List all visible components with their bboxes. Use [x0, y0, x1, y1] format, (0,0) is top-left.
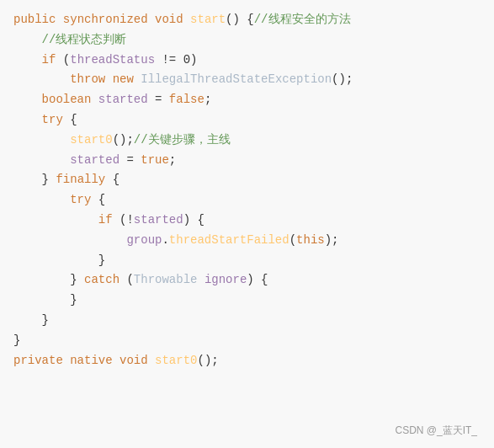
comment-3: //关键步骤，主线: [134, 131, 231, 151]
keyword-finally: finally: [56, 170, 105, 190]
var-group: group: [126, 231, 162, 251]
indent-12: [13, 231, 126, 251]
comment-1: //线程安全的方法: [254, 10, 351, 30]
indent-3: [13, 51, 42, 71]
keyword-native: native: [70, 351, 112, 371]
space: [105, 70, 112, 90]
close-brace-4: }: [70, 291, 77, 311]
keyword-void-2: void: [120, 351, 148, 371]
class-Throwable: Throwable: [134, 270, 198, 291]
code-line-16: }: [13, 311, 481, 331]
code-line-7: start0 (); //关键步骤，主线: [13, 131, 481, 151]
keyword-new: new: [113, 70, 134, 90]
code-line-9: } finally {: [13, 170, 481, 190]
space: [148, 10, 155, 30]
footer: CSDN @_蓝天IT_: [13, 419, 481, 438]
indent-10: [13, 190, 70, 211]
code-line-4: throw new IllegalThreadStateException ()…: [13, 70, 481, 90]
space: [63, 351, 70, 371]
paren-close3: ) {: [247, 270, 268, 291]
comment-2: //线程状态判断: [42, 30, 127, 51]
indent-6: [13, 110, 42, 131]
paren: ();: [113, 131, 134, 151]
keyword-true: true: [141, 151, 169, 171]
var-started-2: started: [70, 151, 120, 171]
method-start0-2: start0: [155, 351, 197, 371]
indent-2: [13, 30, 42, 51]
space: (: [56, 51, 70, 71]
keyword-try-2: try: [70, 190, 91, 211]
close-brace-5: }: [42, 311, 49, 331]
var-started: started: [98, 90, 148, 110]
indent-14: [13, 270, 70, 291]
code-line-13: }: [13, 251, 481, 271]
keyword-throw: throw: [70, 70, 105, 90]
semi-2: ();: [197, 351, 218, 371]
code-line-2: //线程状态判断: [13, 30, 481, 51]
keyword-synchronized: synchronized: [63, 10, 148, 30]
code-line-17: }: [13, 331, 481, 351]
indent-11: [13, 211, 98, 231]
method-start0: start0: [70, 131, 112, 151]
indent-15: [13, 291, 70, 311]
var-started-3: started: [134, 211, 183, 231]
space: [134, 70, 141, 90]
code-line-1: public synchronized void start () { //线程…: [13, 10, 481, 30]
indent-7: [13, 131, 70, 151]
paren-close: ) {: [183, 211, 205, 231]
var-ignore: ignore: [205, 270, 247, 291]
paren-close2: );: [325, 231, 339, 251]
code-line-6: try {: [13, 110, 481, 131]
keyword-private: private: [13, 351, 63, 371]
close-brace-6: }: [13, 331, 20, 351]
op-eq2: =: [120, 151, 141, 171]
code-line-14: } catch ( Throwable ignore ) {: [13, 270, 481, 291]
keyword-public: public: [13, 10, 56, 30]
semi: ;: [169, 151, 176, 171]
keyword-this: this: [296, 231, 325, 251]
semi: ();: [332, 70, 353, 90]
code-line-15: }: [13, 291, 481, 311]
indent-16: [13, 311, 42, 331]
space: [91, 90, 98, 110]
indent-13: [13, 251, 98, 271]
code-block: public synchronized void start () { //线程…: [13, 10, 481, 419]
indent-5: [13, 90, 42, 110]
method-threadStartFailed: threadStartFailed: [169, 231, 289, 251]
paren-open: (!: [113, 211, 134, 231]
code-line-3: if ( threadStatus != 0): [13, 51, 481, 71]
class-IllegalThreadStateException: IllegalThreadStateException: [141, 70, 332, 90]
code-line-11: if (! started ) {: [13, 211, 481, 231]
space: (: [120, 270, 134, 291]
keyword-if-2: if: [98, 211, 113, 231]
keyword-void: void: [155, 10, 183, 30]
keyword-if: if: [42, 51, 56, 71]
footer-text: CSDN @_蓝天IT_: [395, 424, 477, 438]
keyword-boolean: boolean: [42, 90, 92, 110]
close-brace: }: [42, 170, 56, 190]
brace: {: [63, 110, 77, 131]
semi: ;: [205, 90, 211, 110]
paren: () {: [226, 10, 254, 30]
op-eq: =: [148, 90, 169, 110]
code-line-8: started = true ;: [13, 151, 481, 171]
space: [197, 270, 204, 291]
code-line-12: group . threadStartFailed ( this );: [13, 231, 481, 251]
close-brace-3: }: [70, 270, 84, 291]
method-start: start: [190, 10, 226, 30]
keyword-catch: catch: [84, 270, 120, 291]
indent-9: [13, 170, 42, 190]
paren-open2: (: [289, 231, 296, 251]
close-brace-2: }: [98, 251, 105, 271]
open-brace: {: [105, 170, 120, 190]
keyword-false: false: [169, 90, 205, 110]
keyword-try: try: [42, 110, 63, 131]
space: [183, 10, 190, 30]
var-threadStatus: threadStatus: [70, 51, 155, 71]
code-container: public synchronized void start () { //线程…: [0, 0, 494, 448]
brace: {: [91, 190, 105, 211]
code-line-5: boolean started = false ;: [13, 90, 481, 110]
code-line-18: private native void start0 ();: [13, 351, 481, 371]
op-neq: != 0): [155, 51, 197, 71]
space: [56, 10, 62, 30]
